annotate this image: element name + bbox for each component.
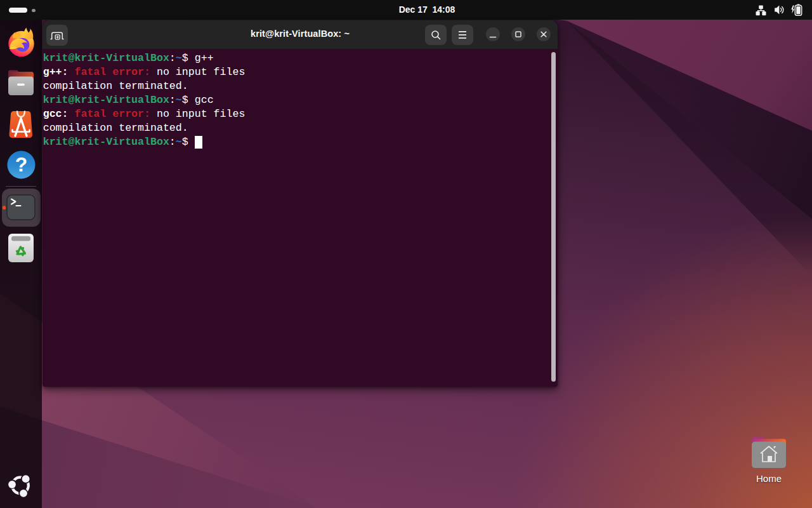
svg-text:?: ? bbox=[15, 153, 28, 176]
